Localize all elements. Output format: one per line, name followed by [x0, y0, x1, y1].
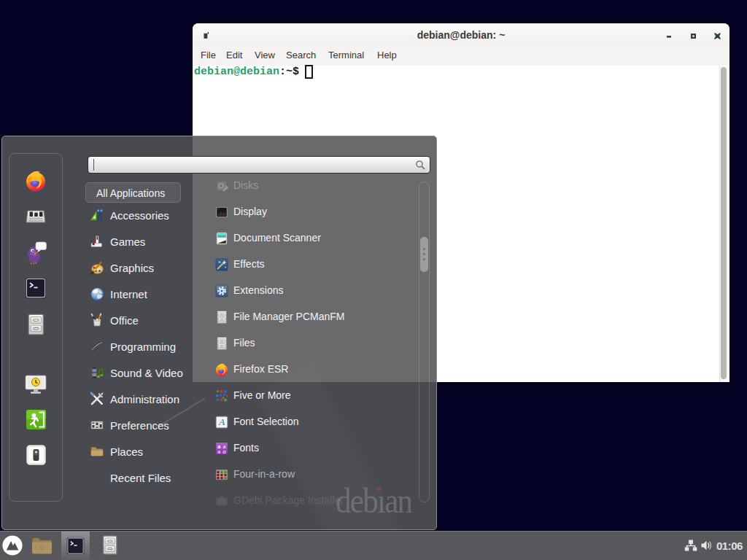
svg-text:a: a	[217, 448, 220, 455]
svg-text:A: A	[218, 416, 225, 427]
svg-text:a: a	[222, 448, 226, 455]
svg-text:D: D	[39, 544, 44, 551]
